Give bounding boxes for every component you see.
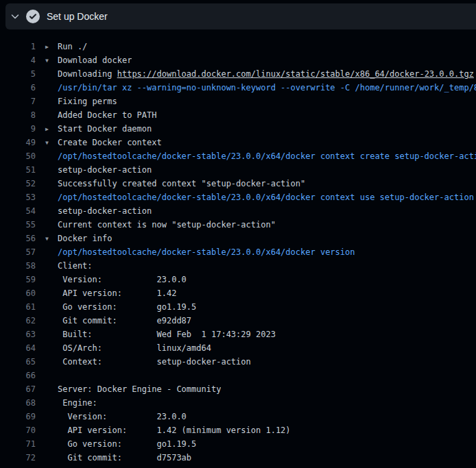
log-text: Version: 23.0.0 [58,412,187,421]
log-line-number[interactable]: 61 [0,300,36,314]
log-line-body: Context: setup-docker-action [36,355,251,369]
log-line: 6 /usr/bin/tar xz --warning=no-unknown-k… [0,81,476,95]
log-line-number[interactable]: 56 [0,232,36,245]
log-line-number[interactable]: 59 [0,273,36,286]
log-line: 69 Version: 23.0.0 [0,410,476,423]
log-text: Fixing perms [58,97,117,106]
log-line[interactable]: 49 ▼Create Docker context [0,136,476,149]
log-line-number[interactable]: 58 [0,259,36,273]
log-line-body: OS/Arch: linux/amd64 [36,341,211,355]
triangle-down-icon[interactable]: ▼ [45,232,58,245]
triangle-right-icon[interactable]: ▶ [45,40,58,53]
log-line-number[interactable]: 60 [0,286,36,300]
log-text: API version: 1.42 [58,288,176,298]
log-line-body: Fixing perms [36,95,117,108]
log-line: 62 Git commit: e92dd87 [0,314,476,328]
log-line: 51 setup-docker-action [0,163,476,177]
log-text: Git commit: d7573ab [58,453,191,463]
triangle-right-icon[interactable]: ▶ [45,123,58,136]
log-line-body: Version: 23.0.0 [36,273,187,286]
log-text: Engine: [58,398,97,408]
log-line-body: ▼Download docker [36,53,132,67]
log-line[interactable]: 9 ▶Start Docker daemon [0,122,476,136]
log-line-number[interactable]: 64 [0,341,36,355]
log-line-number[interactable]: 71 [0,437,36,451]
log-line[interactable]: 56 ▼Docker info [0,232,476,245]
log-line: 8 Added Docker to PATH [0,108,476,122]
log-line-number[interactable]: 66 [0,369,36,382]
log-line: 65 Context: setup-docker-action [0,355,476,369]
step-header[interactable]: Set up Docker [5,3,476,29]
log-line-number[interactable]: 54 [0,204,36,218]
log-line-number[interactable]: 63 [0,328,36,341]
chevron-down-icon[interactable] [10,11,21,22]
log-line-number[interactable]: 50 [0,149,36,163]
log-line: 68 Engine: [0,396,476,410]
log-line-number[interactable]: 52 [0,177,36,190]
log-line-number[interactable]: 67 [0,382,36,396]
log-line-number[interactable]: 55 [0,218,36,232]
log-line-number[interactable]: 1 [0,40,36,53]
log-line-number[interactable]: 6 [0,81,36,95]
log-line-number[interactable]: 49 [0,136,36,149]
log-link[interactable]: https://download.docker.com/linux/static… [117,69,474,79]
log-line-number[interactable]: 4 [0,53,36,67]
log-line: 71 Go version: go1.19.5 [0,437,476,451]
workflow-log-viewer: Set up Docker 1 ▶Run ./ 4 ▼Download dock… [0,3,476,465]
log-text: Go version: go1.19.5 [58,302,196,312]
log-line-body: Go version: go1.19.5 [36,437,196,451]
log-line: 63 Built: Wed Feb 1 17:43:29 2023 [0,328,476,341]
log-text: OS/Arch: linux/amd64 [58,343,211,353]
log-text: Server: Docker Engine - Community [58,384,221,394]
log-line-number[interactable]: 8 [0,108,36,122]
log-line-number[interactable]: 69 [0,410,36,423]
log-line-number[interactable]: 72 [0,451,36,465]
group-title: Start Docker daemon [58,124,152,134]
log-line: 58 Client: [0,259,476,273]
log-line-number[interactable]: 57 [0,245,36,259]
log-text: Go version: go1.19.5 [58,439,196,449]
group-title: Download docker [58,56,132,65]
log-line-number[interactable]: 51 [0,163,36,177]
log-line-number[interactable]: 68 [0,396,36,410]
log-line-number[interactable]: 65 [0,355,36,369]
log-command-text: /opt/hostedtoolcache/docker-stable/23.0.… [58,193,474,202]
log-line-number[interactable]: 5 [0,67,36,81]
log-line-number[interactable]: 7 [0,95,36,108]
log-line-body: Downloading https://download.docker.com/… [36,67,474,81]
log-line: 60 API version: 1.42 [0,286,476,300]
log-line: 59 Version: 23.0.0 [0,273,476,286]
log-line-body: Client: [36,259,93,273]
log-line: 67 Server: Docker Engine - Community [0,382,476,396]
log-line-number[interactable]: 9 [0,122,36,136]
triangle-down-icon[interactable]: ▼ [45,54,58,67]
triangle-down-icon[interactable]: ▼ [45,136,58,149]
log-line-number[interactable]: 70 [0,423,36,437]
log-line: 52 Successfully created context "setup-d… [0,177,476,190]
log-text: setup-docker-action [58,165,152,175]
log-line-body: Successfully created context "setup-dock… [36,177,305,190]
log-text: setup-docker-action [58,206,152,216]
log-line-body: /opt/hostedtoolcache/docker-stable/23.0.… [36,149,476,163]
log-line: 53 /opt/hostedtoolcache/docker-stable/23… [0,190,476,204]
log-line-body: API version: 1.42 [36,286,176,300]
log-line-body: Git commit: d7573ab [36,451,191,465]
log-line[interactable]: 4 ▼Download docker [0,53,476,67]
log-line-number[interactable]: 62 [0,314,36,328]
log-line-body: ▶Run ./ [36,40,87,53]
log-line-number[interactable]: 53 [0,190,36,204]
log-line: 55 Current context is now "setup-docker-… [0,218,476,232]
log-line-body: /usr/bin/tar xz --warning=no-unknown-key… [36,81,476,95]
log-line[interactable]: 1 ▶Run ./ [0,40,476,53]
log-text: Client: [58,261,93,271]
log-line: 72 Git commit: d7573ab [0,451,476,465]
log-text: Current context is now "setup-docker-act… [58,220,276,230]
log-line: 5 Downloading https://download.docker.co… [0,67,476,81]
log-line-body: Server: Docker Engine - Community [36,382,221,396]
log-line-body: Current context is now "setup-docker-act… [36,218,276,232]
log-line-body: setup-docker-action [36,204,152,218]
log-line-body: Go version: go1.19.5 [36,300,196,314]
step-title: Set up Docker [47,11,108,22]
log-text: Downloading [58,69,117,79]
log-line: 7 Fixing perms [0,95,476,108]
